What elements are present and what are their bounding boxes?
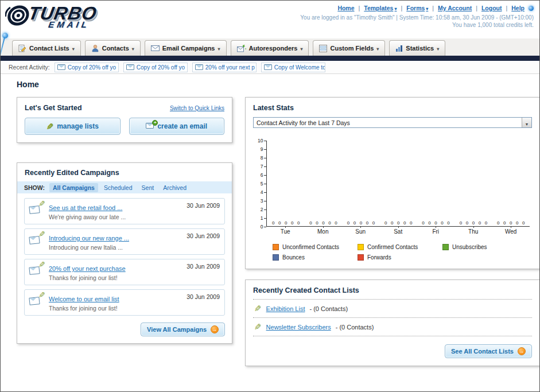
top-nav: Home Templates Forms My Account Logout H… [300,5,534,11]
tab-contacts[interactable]: Contacts [85,40,141,56]
legend-swatch [273,254,279,261]
recent-activity-item[interactable]: Copy of Welcome to [261,63,325,72]
bar-value-label: 0 [502,220,507,226]
recently-edited-campaigns-panel: Recently Edited Campaigns SHOW: All Camp… [17,162,232,344]
status-indicator-dot [529,6,534,11]
tab-label: Autoresponders [249,45,298,52]
tab-label: Contacts [102,45,129,52]
bar-value-label: 0 [477,220,482,226]
contact-list-count: - (0 Contacts) [309,305,348,312]
recent-activity-item[interactable]: 20% off your next p [192,63,257,72]
bar-value-label: 0 [427,220,432,226]
nav-link-my-account[interactable]: My Account [428,5,472,11]
x-axis-label: Sun [341,228,379,235]
create-email-button[interactable]: create an email [129,118,225,135]
page-title: Home [17,80,523,89]
legend-label: Bounces [282,254,305,261]
legend-item: Forwards [358,254,442,261]
nav-link-home[interactable]: Home [337,5,354,11]
logo[interactable]: TURBO EMAIL [5,3,96,38]
contact-list-row[interactable]: Newsletter Subscribers - (0 Contacts) [253,318,532,336]
bar-value-label: 0 [402,220,407,226]
envelope-pencil-icon [29,293,44,305]
tab-label: Contact Lists [29,45,69,52]
tab-email-campaigns[interactable]: Email Campaigns [145,40,227,56]
get-started-panel: Let's Get Started Switch to Quick Links … [17,97,232,143]
chevron-down-icon [376,45,379,52]
y-axis-tick: 7 [258,164,266,169]
right-column: Latest Stats Contact Activity for the La… [245,97,540,366]
contact-list-name[interactable]: Exhibition List [266,305,305,312]
autoresponder-icon [237,45,246,52]
left-column: Let's Get Started Switch to Quick Links … [17,97,232,366]
create-email-label: create an email [157,122,207,130]
bar-value-label: 0 [345,220,351,226]
bar-value-label: 0 [308,220,313,226]
contact-lists-icon [18,44,26,52]
bar-value-label: 0 [277,220,282,226]
envelope-icon [151,45,160,52]
manage-lists-label: manage lists [57,122,99,130]
campaign-title[interactable]: 20% off your next purchase [49,265,126,272]
manage-lists-button[interactable]: manage lists [25,118,121,135]
chevron-down-icon [132,45,134,52]
recent-activity-item[interactable]: Copy of 20% off yo [123,63,188,72]
bar-value-label: 0 [314,220,320,226]
x-axis-label: Wed [492,228,530,235]
filter-scheduled[interactable]: Scheduled [100,183,136,192]
contact-list-row[interactable]: Exhibition List - (0 Contacts) [253,300,532,318]
nav-link-logout[interactable]: Logout [472,5,502,11]
contact-lists-title: Recently Created Contact Lists [253,286,532,300]
recent-activity-item[interactable]: Copy of 20% off yo [55,63,119,72]
campaign-row[interactable]: Welcome to our email listThanks for join… [24,289,225,316]
tab-contact-lists[interactable]: Contact Lists [12,40,81,56]
campaign-subtitle: Thanks for joining our list! [49,305,182,312]
y-axis-tick: 6 [258,173,266,177]
latest-stats-title: Latest Stats [253,104,532,112]
chart-groups: 00000000000000000000000000000000000 [266,141,530,227]
campaign-date: 30 Jun 2009 [187,202,220,209]
campaign-row[interactable]: 20% off your next purchaseThanks for joi… [24,259,225,285]
chevron-down-icon [72,45,75,52]
nav-link-templates[interactable]: Templates [355,5,397,11]
latest-stats-panel: Latest Stats Contact Activity for the La… [245,97,540,269]
tab-custom-fields[interactable]: Custom Fields [313,40,385,56]
x-axis-label: Thu [454,228,492,235]
contact-list-name[interactable]: Newsletter Subscribers [266,324,331,331]
x-axis-label: Tue [266,228,304,235]
y-axis-tick: 10 [258,138,266,143]
bar-chart-icon [395,45,403,52]
dropdown-arrow-icon [522,118,531,127]
campaign-title[interactable]: Introducing our new range ... [49,235,129,242]
filter-all-campaigns[interactable]: All Campaigns [49,183,98,192]
campaign-title[interactable]: See us at the retail food ... [49,204,122,211]
recent-activity-bar: Recent Activity: Copy of 20% off yo Copy… [1,61,539,74]
chart-plot-area: 00000000000000000000000000000000000 TueM… [266,141,530,235]
nav-link-help[interactable]: Help [502,5,525,11]
legend-swatch [273,244,279,250]
credits-info: You have 1,000 total credits left. [300,22,534,28]
filter-sent[interactable]: Sent [138,183,158,192]
legend-item: Bounces [273,254,358,261]
switch-quick-links-link[interactable]: Switch to Quick Links [170,105,224,111]
legend-swatch [358,254,364,261]
filter-archived[interactable]: Archived [160,183,190,192]
campaign-row[interactable]: See us at the retail food ...We're givin… [24,198,225,224]
view-all-campaigns-button[interactable]: View All Campaigns [141,323,225,336]
legend-label: Unsubscribes [452,244,487,250]
y-axis-tick: 2 [258,207,266,212]
tab-autoresponders[interactable]: Autoresponders [231,40,309,56]
bar-value-label: 0 [290,220,295,226]
see-all-contact-lists-button[interactable]: See All Contact Lists [445,344,532,358]
bar-group: 00000 [380,220,417,226]
tab-label: Email Campaigns [162,45,215,52]
stats-period-dropdown[interactable]: Contact Activity for the Last 7 Days [253,117,532,128]
nav-link-forms[interactable]: Forms [397,5,428,11]
campaign-row[interactable]: Introducing our new range ...Introducing… [24,228,225,255]
main-nav-tabs: Contact Lists Contacts Email Campaigns A… [1,38,539,56]
bar-value-label: 0 [390,220,395,226]
y-axis-tick: 8 [258,156,266,160]
campaign-title[interactable]: Welcome to our email list [49,296,119,302]
tab-statistics[interactable]: Statistics [389,40,445,56]
recent-contact-lists-panel: Recently Created Contact Lists Exhibitio… [245,280,540,366]
